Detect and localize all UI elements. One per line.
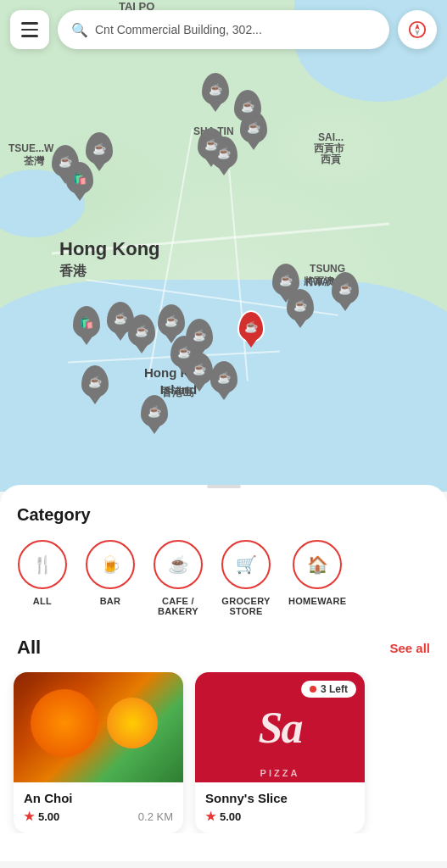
badge-text: 3 Left <box>321 683 348 695</box>
map-pin-6[interactable]: ☕ <box>85 131 114 165</box>
category-circle-all: 🍴 <box>18 540 67 589</box>
svg-marker-1 <box>415 24 420 30</box>
location-button[interactable] <box>398 10 437 49</box>
sonnys-logo-text: Sa <box>259 703 302 753</box>
map-pin-9[interactable]: ☕ <box>331 271 360 305</box>
compass-icon <box>408 20 427 39</box>
categories-list: 🍴 ALL 🍺 BAR ☕ CAFE /BAKERY 🛒 GROCERYSTOR… <box>0 540 447 616</box>
map-pin-12[interactable]: 🛍️ <box>72 305 101 339</box>
star-icon-sonnys: ★ <box>205 810 216 823</box>
category-label-bar: BAR <box>100 596 121 606</box>
svg-marker-2 <box>415 30 420 36</box>
map-pin-21[interactable]: ☕ <box>140 394 169 428</box>
card-image-an-choi <box>14 672 183 782</box>
map-label-tsuen-wan-cn: 荃灣 <box>24 155 44 169</box>
category-item-homeware[interactable]: 🏠 HOMEWARE <box>280 540 355 616</box>
category-circle-bar: 🍺 <box>86 540 135 589</box>
map-pin-20[interactable]: ☕ <box>81 364 109 398</box>
bottom-panel: Category 🍴 ALL 🍺 BAR ☕ CAFE /BAKERY 🛒 <box>0 485 447 861</box>
map-header: 🔍 Cnt Commercial Building, 302... <box>0 10 447 49</box>
map-label-saikung-cn2: 西貢 <box>321 153 341 167</box>
card-info-an-choi: An Choi ★ 5.00 0.2 KM <box>14 782 183 833</box>
map-pin-15[interactable]: ☕ <box>157 303 186 337</box>
card-meta-sonnys: ★ 5.00 <box>205 810 355 823</box>
search-icon: 🔍 <box>71 22 88 38</box>
map-pin-14[interactable]: ☕ <box>127 314 156 348</box>
card-rating-an-choi: ★ 5.00 <box>24 810 59 823</box>
card-name-sonnys: Sonny's Slice <box>205 791 355 805</box>
drag-handle <box>207 485 241 488</box>
category-label-all: ALL <box>33 596 52 606</box>
stock-badge: 3 Left <box>301 681 356 698</box>
map-pin-11[interactable]: ☕ <box>286 288 315 322</box>
badge-dot <box>310 686 316 693</box>
map-pin-3[interactable]: ☕ <box>239 110 268 144</box>
card-sonnys-slice[interactable]: Sa 3 Left Sonny's Slice ★ 5.00 <box>195 672 365 833</box>
card-info-sonnys: Sonny's Slice ★ 5.00 <box>195 782 365 833</box>
category-label-grocery: GROCERYSTORE <box>221 596 270 616</box>
category-item-cafe[interactable]: ☕ CAFE /BAKERY <box>144 540 212 616</box>
card-image-sonnys: Sa 3 Left <box>195 672 365 782</box>
map-label-tko-cn: 將軍澳 <box>304 275 334 289</box>
an-choi-food-image <box>14 672 183 782</box>
card-rating-sonnys: ★ 5.00 <box>205 810 241 823</box>
map-label-tsuen-wan: TSUE...W <box>8 142 53 156</box>
card-distance-an-choi: 0.2 KM <box>138 810 173 823</box>
rating-value-sonnys: 5.00 <box>220 810 241 823</box>
category-circle-grocery: 🛒 <box>221 540 271 589</box>
all-section-title: All <box>17 637 41 659</box>
star-icon-an-choi: ★ <box>24 810 35 823</box>
category-item-grocery[interactable]: 🛒 GROCERYSTORE <box>212 540 280 616</box>
map-label-hongkong: Hong Kong <box>59 237 160 262</box>
category-icon-bar: 🍺 <box>100 554 121 575</box>
map-pin-active[interactable]: ☕ <box>237 309 265 343</box>
category-circle-homeware: 🏠 <box>293 540 342 589</box>
cards-list: An Choi ★ 5.00 0.2 KM Sa 3 Left <box>0 672 447 833</box>
category-icon-homeware: 🏠 <box>307 554 328 575</box>
search-bar[interactable]: 🔍 Cnt Commercial Building, 302... <box>58 10 389 49</box>
category-icon-all: 🍴 <box>32 554 53 575</box>
map-pin-1[interactable]: ☕ <box>201 72 230 106</box>
card-an-choi[interactable]: An Choi ★ 5.00 0.2 KM <box>14 672 183 833</box>
menu-button[interactable] <box>10 10 49 49</box>
all-section-header: All See all <box>0 637 447 659</box>
map-pin-19[interactable]: ☕ <box>210 360 238 394</box>
see-all-button[interactable]: See all <box>389 641 430 655</box>
category-icon-cafe: ☕ <box>168 554 189 575</box>
category-circle-cafe: ☕ <box>154 540 203 589</box>
map-view[interactable]: TAI PO TSUE...W 荃灣 SHA TIN 沙田 SAI... 西貢市… <box>0 0 447 492</box>
category-label-homeware: HOMEWARE <box>288 596 346 606</box>
card-name-an-choi: An Choi <box>24 791 173 805</box>
category-icon-grocery: 🛒 <box>236 554 257 575</box>
category-item-all[interactable]: 🍴 ALL <box>8 540 76 616</box>
category-label-cafe: CAFE /BAKERY <box>158 596 198 616</box>
card-meta-an-choi: ★ 5.00 0.2 KM <box>24 810 173 823</box>
category-section-title: Category <box>0 505 447 525</box>
hamburger-icon <box>21 22 38 37</box>
search-input[interactable]: Cnt Commercial Building, 302... <box>95 23 262 36</box>
rating-value-an-choi: 5.00 <box>38 810 59 823</box>
map-label-hongkong-cn: 香港 <box>59 263 87 281</box>
category-item-bar[interactable]: 🍺 BAR <box>76 540 144 616</box>
